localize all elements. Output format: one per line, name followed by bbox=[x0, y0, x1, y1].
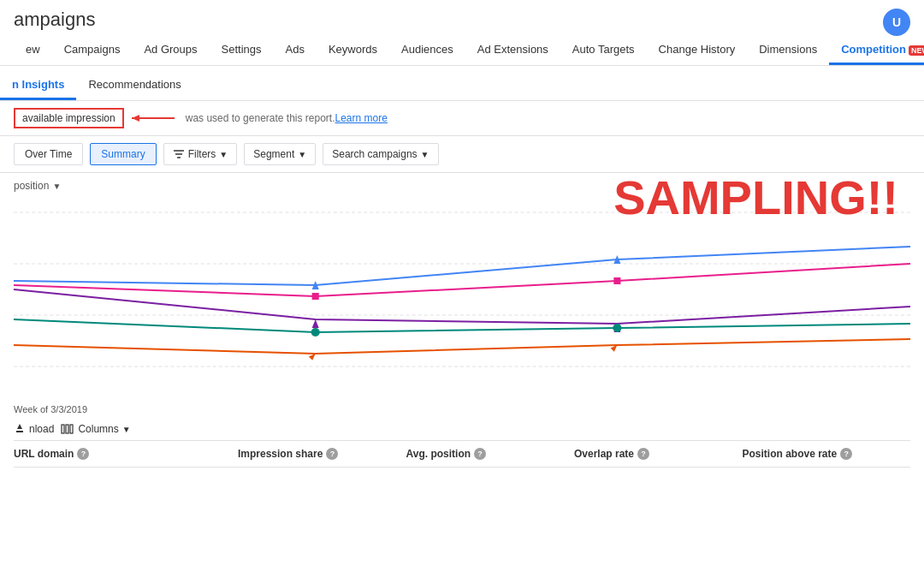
svg-rect-11 bbox=[312, 293, 319, 300]
segment-dropdown[interactable]: Segment ▼ bbox=[244, 143, 316, 165]
svg-rect-12 bbox=[613, 277, 620, 284]
table-section: nload Columns ▼ URL domain ? Impression … bbox=[0, 418, 924, 468]
th-url-domain: URL domain ? bbox=[14, 448, 238, 460]
chevron-down-icon: ▼ bbox=[298, 150, 306, 159]
learn-more-link[interactable]: Learn more bbox=[335, 112, 388, 124]
nav-tab-keywords[interactable]: Keywords bbox=[317, 36, 389, 65]
svg-point-16 bbox=[613, 324, 621, 332]
info-icon[interactable]: ? bbox=[326, 448, 338, 460]
th-avg-position: Avg. position ? bbox=[406, 448, 575, 460]
sampling-banner: available impression was used to generat… bbox=[0, 101, 924, 136]
svg-point-15 bbox=[311, 328, 320, 337]
new-badge: NEW: bbox=[909, 45, 924, 56]
svg-rect-21 bbox=[62, 425, 64, 433]
page-title: ampaigns bbox=[14, 9, 95, 36]
download-button[interactable]: nload bbox=[14, 423, 54, 435]
main-nav: ew Campaigns Ad Groups Settings Ads Keyw… bbox=[14, 36, 910, 65]
info-icon[interactable]: ? bbox=[840, 448, 852, 460]
svg-rect-22 bbox=[66, 425, 68, 433]
th-impression-share: Impression share ? bbox=[238, 448, 406, 460]
sub-tab-insights[interactable]: n Insights bbox=[0, 71, 76, 100]
nav-tab-adgroups[interactable]: Ad Groups bbox=[132, 36, 209, 65]
columns-icon bbox=[61, 423, 74, 435]
nav-tab-competition[interactable]: CompetitionNEW: bbox=[829, 36, 924, 65]
svg-marker-13 bbox=[312, 319, 319, 328]
table-actions: nload Columns ▼ bbox=[14, 418, 910, 441]
table-header: URL domain ? Impression share ? Avg. pos… bbox=[14, 441, 910, 468]
over-time-button[interactable]: Over Time bbox=[14, 143, 83, 165]
sub-nav: n Insights Recommendations bbox=[0, 66, 924, 101]
arrow-icon bbox=[127, 110, 179, 127]
nav-tab-adextensions[interactable]: Ad Extensions bbox=[465, 36, 560, 65]
nav-tab-settings[interactable]: Settings bbox=[210, 36, 274, 65]
summary-button[interactable]: Summary bbox=[90, 143, 156, 165]
nav-tab-ads[interactable]: Ads bbox=[274, 36, 317, 65]
svg-marker-1 bbox=[132, 115, 139, 122]
info-icon[interactable]: ? bbox=[77, 448, 89, 460]
download-icon bbox=[14, 423, 26, 435]
user-avatar[interactable]: U bbox=[883, 9, 910, 36]
chevron-down-icon: ▼ bbox=[421, 150, 429, 159]
columns-button[interactable]: Columns ▼ bbox=[61, 423, 130, 435]
chart-subtitle: position ▼ bbox=[14, 180, 910, 192]
chevron-down-icon[interactable]: ▼ bbox=[52, 182, 61, 191]
info-icon[interactable]: ? bbox=[474, 448, 486, 460]
nav-tab-autotargets[interactable]: Auto Targets bbox=[560, 36, 647, 65]
nav-tab-campaigns[interactable]: Campaigns bbox=[52, 36, 133, 65]
sampling-text: was used to generate this report. bbox=[186, 112, 335, 124]
chevron-down-icon: ▼ bbox=[219, 150, 228, 159]
nav-tab-audiences[interactable]: Audiences bbox=[389, 36, 465, 65]
sub-tab-recommendations[interactable]: Recommendations bbox=[76, 71, 192, 100]
svg-rect-19 bbox=[16, 431, 23, 432]
chart-section: position ▼ bbox=[0, 173, 924, 418]
nav-tab-dimensions[interactable]: Dimensions bbox=[747, 36, 829, 65]
chart-container bbox=[14, 195, 910, 401]
filter-icon bbox=[173, 149, 185, 159]
svg-rect-23 bbox=[70, 425, 73, 433]
search-campaigns-dropdown[interactable]: Search campaigns ▼ bbox=[323, 143, 438, 165]
th-overlap-rate: Overlap rate ? bbox=[574, 448, 743, 460]
th-position-above-rate: Position above rate ? bbox=[743, 448, 911, 460]
info-icon[interactable]: ? bbox=[637, 448, 649, 460]
toolbar: Over Time Summary Filters ▼ Segment ▼ Se… bbox=[0, 136, 924, 173]
sampling-label: available impression bbox=[14, 108, 124, 128]
nav-tab-changehistory[interactable]: Change History bbox=[647, 36, 748, 65]
chart-svg bbox=[14, 195, 910, 401]
svg-marker-20 bbox=[17, 424, 22, 429]
week-label: Week of 3/3/2019 bbox=[14, 401, 910, 418]
nav-tab-ew[interactable]: ew bbox=[14, 36, 52, 65]
chevron-down-icon: ▼ bbox=[122, 425, 131, 434]
filters-dropdown[interactable]: Filters ▼ bbox=[163, 143, 238, 165]
